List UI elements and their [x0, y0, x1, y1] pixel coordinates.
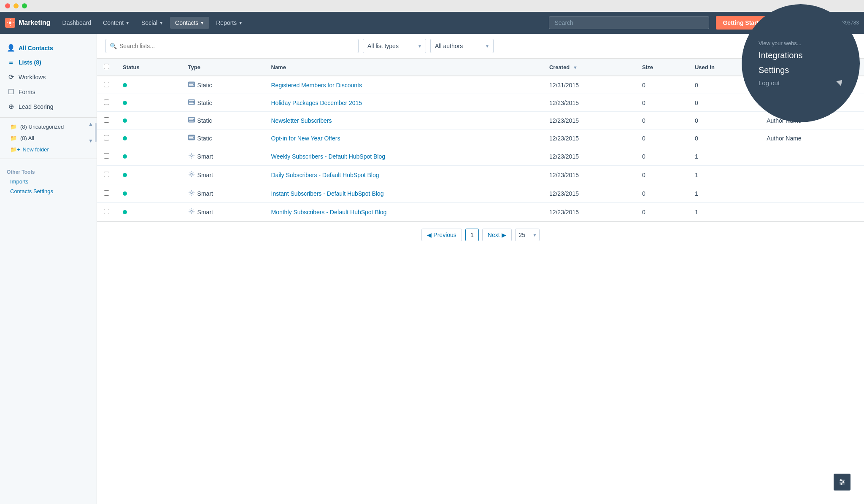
page-number-input[interactable] [465, 229, 479, 241]
svg-rect-21 [189, 119, 193, 120]
select-all-checkbox[interactable] [104, 64, 109, 69]
lead-scoring-icon: ⊕ [7, 102, 15, 111]
cursor-indicator [837, 79, 844, 84]
social-caret: ▼ [159, 21, 163, 25]
status-dot-4 [123, 154, 127, 159]
dropdown-logout[interactable]: Log out [759, 78, 843, 88]
scroll-up-arrow[interactable]: ▲ [88, 121, 93, 127]
folder-icon-uncategorized: 📁 [10, 124, 17, 130]
row-checkbox-4[interactable] [104, 153, 109, 159]
svg-point-30 [191, 210, 192, 212]
header-checkbox-cell [97, 59, 116, 76]
list-name-link-3[interactable]: Opt-in for New Year Offers [271, 135, 340, 142]
svg-rect-14 [189, 85, 193, 86]
previous-button[interactable]: ◀ Previous [421, 229, 462, 241]
nav-social[interactable]: Social ▼ [136, 17, 168, 29]
header-name: Name [265, 59, 543, 76]
new-folder-icon: 📁+ [10, 146, 20, 153]
svg-point-34 [840, 480, 842, 481]
sidebar-item-lists[interactable]: ≡ Lists (8) [0, 55, 97, 70]
sidebar-item-forms[interactable]: ☐ Forms [0, 84, 97, 99]
status-dot-3 [123, 136, 127, 140]
sidebar-item-lead-scoring[interactable]: ⊕ Lead Scoring [0, 99, 97, 114]
row-checkbox-1[interactable] [104, 100, 109, 105]
type-icon-7 [188, 208, 195, 216]
svg-point-35 [843, 482, 844, 483]
row-checkbox-6[interactable] [104, 190, 109, 196]
table-row: StaticHoliday Packages December 201512/2… [97, 94, 864, 112]
workflow-icon: ⟳ [7, 73, 15, 81]
forms-icon: ☐ [7, 88, 15, 96]
list-name-link-4[interactable]: Weekly Subscribers - Default HubSpot Blo… [271, 153, 386, 160]
sidebar-link-imports[interactable]: Imports [0, 177, 97, 186]
filter-type-select[interactable]: All list types Static Smart [363, 39, 426, 53]
list-name-link-2[interactable]: Newsletter Subscribers [271, 117, 332, 124]
list-icon: ≡ [7, 59, 15, 66]
svg-rect-25 [189, 137, 193, 138]
list-name-link-6[interactable]: Instant Subscribers - Default HubSpot Bl… [271, 190, 384, 197]
close-button[interactable] [5, 3, 10, 8]
column-settings-button[interactable] [834, 474, 850, 491]
row-checkbox-2[interactable] [104, 117, 109, 123]
svg-rect-20 [189, 118, 194, 119]
svg-point-0 [9, 22, 11, 24]
content-caret: ▼ [125, 21, 130, 25]
type-icon-5 [188, 171, 195, 179]
user-dropdown-menu: View your webs... Integrations Settings … [742, 4, 860, 122]
header-size: Size [635, 59, 688, 76]
list-name-link-0[interactable]: Registered Members for Discounts [271, 82, 362, 89]
list-name-link-1[interactable]: Holiday Packages December 2015 [271, 100, 362, 106]
person-icon: 👤 [7, 44, 15, 52]
nav-search-input[interactable] [549, 16, 709, 29]
type-cell-1: Static [181, 94, 265, 112]
status-dot-6 [123, 191, 127, 196]
scrollbar[interactable] [95, 121, 97, 144]
nav-dashboard[interactable]: Dashboard [57, 17, 97, 29]
type-cell-7: Smart [181, 203, 265, 221]
type-cell-6: Smart [181, 184, 265, 203]
header-created[interactable]: Created ▼ [543, 59, 635, 76]
nav-content[interactable]: Content ▼ [98, 17, 135, 29]
dropdown-view-website[interactable]: View your webs... [759, 38, 843, 48]
sidebar-link-contacts-settings[interactable]: Contacts Settings [0, 186, 97, 196]
next-button[interactable]: Next ▶ [482, 229, 512, 241]
new-folder-button[interactable]: 📁+ New folder [0, 144, 97, 155]
brand-name: Marketing [19, 19, 51, 27]
type-icon-3 [188, 135, 195, 142]
table-row: SmartDaily Subscribers - Default HubSpot… [97, 166, 864, 184]
maximize-button[interactable] [22, 3, 27, 8]
window-chrome [0, 0, 864, 12]
row-checkbox-7[interactable] [104, 209, 109, 214]
row-checkbox-3[interactable] [104, 135, 109, 140]
sidebar-folder-uncategorized[interactable]: 📁 (8) Uncategorized [0, 121, 97, 132]
status-dot-0 [123, 83, 127, 87]
per-page-select[interactable]: 25 50 100 [515, 229, 540, 241]
sidebar-item-all-contacts[interactable]: 👤 All Contacts [0, 40, 97, 55]
dropdown-settings[interactable]: Settings [759, 63, 843, 78]
row-checkbox-5[interactable] [104, 172, 109, 177]
status-dot-1 [123, 101, 127, 105]
header-type: Type [181, 59, 265, 76]
list-name-link-5[interactable]: Daily Subscribers - Default HubSpot Blog [271, 172, 379, 178]
nav-contacts[interactable]: Contacts ▼ [170, 17, 209, 29]
svg-point-29 [191, 192, 192, 194]
scroll-down-arrow[interactable]: ▼ [88, 138, 93, 144]
list-name-link-7[interactable]: Monthly Subscribers - Default HubSpot Bl… [271, 209, 387, 216]
list-search-input[interactable] [105, 39, 359, 53]
filter-author-select[interactable]: All authors [430, 39, 494, 53]
minimize-button[interactable] [14, 3, 19, 8]
folder-list: 📁 (8) Uncategorized 📁 (8) All ▲ ▼ [0, 121, 97, 144]
sidebar-item-workflows[interactable]: ⟳ Workflows [0, 70, 97, 84]
type-icon-1 [188, 99, 195, 106]
svg-rect-13 [189, 84, 193, 85]
row-checkbox-0[interactable] [104, 82, 109, 87]
table-row: SmartInstant Subscribers - Default HubSp… [97, 184, 864, 203]
sidebar-folder-all[interactable]: 📁 (8) All [0, 132, 97, 144]
nav-reports[interactable]: Reports ▼ [211, 17, 248, 29]
type-cell-0: Static [181, 76, 265, 94]
status-dot-5 [123, 173, 127, 177]
brand-logo[interactable]: Marketing [5, 18, 51, 28]
dropdown-integrations[interactable]: Integrations [759, 48, 843, 63]
table-row: SmartWeekly Subscribers - Default HubSpo… [97, 147, 864, 166]
sidebar: 👤 All Contacts ≡ Lists (8) ⟳ Workflows ☐… [0, 34, 97, 504]
